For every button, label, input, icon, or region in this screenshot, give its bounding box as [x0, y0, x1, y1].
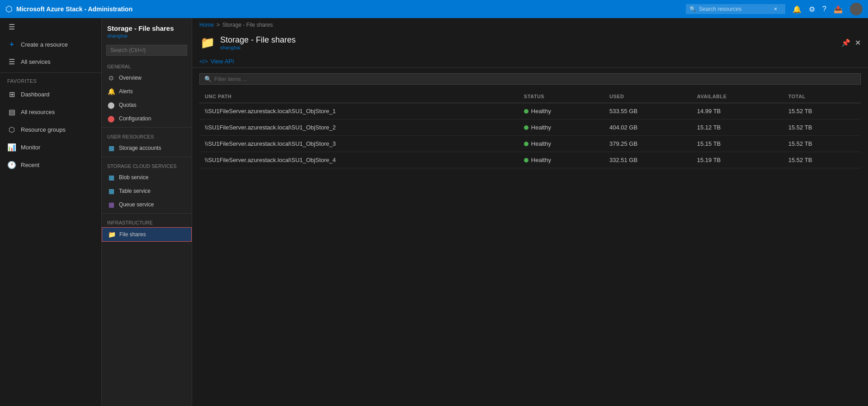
infrastructure-label: INFRASTRUCTURE — [102, 215, 192, 227]
user-resources-label: USER RESOURCES — [102, 129, 192, 141]
resource-nav-search-input[interactable] — [106, 45, 187, 56]
cell-unc-path: \\SU1FileServer.azurestack.local\SU1_Obj… — [199, 136, 519, 152]
cell-available: 15.15 TB — [692, 136, 783, 152]
sidebar-top: ☰ + Create a resource ☰ All services FAV… — [0, 18, 101, 174]
filter-bar[interactable]: 🔍 — [199, 73, 861, 85]
table-row[interactable]: \\SU1FileServer.azurestack.local\SU1_Obj… — [199, 119, 861, 136]
sidebar-item-dashboard[interactable]: ⊞ Dashboard — [0, 86, 101, 103]
table-row[interactable]: \\SU1FileServer.azurestack.local\SU1_Obj… — [199, 103, 861, 119]
all-resources-icon: ▤ — [7, 108, 16, 116]
cell-used: 379.25 GB — [604, 136, 692, 152]
monitor-label: Monitor — [21, 144, 40, 151]
cell-status: Healthy — [519, 119, 604, 136]
cell-used: 404.02 GB — [604, 119, 692, 136]
table-header-row: UNC PATH STATUS USED AVAILABLE TOTAL — [199, 90, 861, 103]
resource-nav-title: Storage - File shares — [107, 24, 186, 32]
nav-item-configuration[interactable]: ⬤ Configuration — [102, 112, 192, 125]
resource-nav-search[interactable] — [102, 41, 192, 59]
view-api-label: View API — [211, 58, 234, 65]
breadcrumb: Home > Storage - File shares — [192, 18, 868, 32]
resource-nav-header: Storage - File shares shanghai — [102, 18, 192, 41]
code-icon: </> — [199, 58, 208, 65]
status-text: Healthy — [531, 108, 551, 115]
status-text: Healthy — [531, 140, 551, 147]
search-box[interactable]: 🔍 × — [686, 4, 785, 14]
settings-icon[interactable]: ⚙ — [809, 5, 815, 14]
nav-item-queue-service-label: Queue service — [119, 201, 154, 208]
col-header-unc-path: UNC PATH — [199, 90, 519, 103]
view-api-button[interactable]: </> View API — [199, 58, 234, 65]
sidebar-item-recent[interactable]: 🕐 Recent — [0, 156, 101, 174]
nav-item-storage-accounts[interactable]: ▦ Storage accounts — [102, 141, 192, 155]
sidebar: ☰ + Create a resource ☰ All services FAV… — [0, 18, 102, 406]
sidebar-item-all-resources[interactable]: ▤ All resources — [0, 103, 101, 121]
feedback-icon[interactable]: 📤 — [834, 5, 843, 14]
blob-service-icon: ▦ — [107, 174, 115, 181]
search-close-icon[interactable]: × — [774, 6, 777, 12]
plus-icon: + — [7, 40, 16, 48]
status-text: Healthy — [531, 157, 551, 163]
cell-total: 15.52 TB — [783, 136, 861, 152]
main-layout: ☰ + Create a resource ☰ All services FAV… — [0, 18, 868, 406]
content-folder-icon: 📁 — [199, 34, 216, 51]
create-resource-label: Create a resource — [21, 41, 68, 48]
nav-item-alerts-label: Alerts — [119, 88, 133, 95]
content-toolbar: </> View API — [192, 55, 868, 68]
cell-unc-path: \\SU1FileServer.azurestack.local\SU1_Obj… — [199, 152, 519, 168]
content-title: Storage - File shares — [220, 35, 296, 45]
create-resource-button[interactable]: + Create a resource — [0, 36, 101, 53]
recent-icon: 🕐 — [7, 161, 16, 169]
breadcrumb-separator: > — [217, 22, 220, 28]
nav-item-storage-accounts-label: Storage accounts — [119, 145, 161, 151]
filter-input[interactable] — [214, 76, 856, 82]
avatar[interactable] — [850, 3, 863, 15]
cell-status: Healthy — [519, 136, 604, 152]
table-service-icon: ▦ — [107, 187, 115, 195]
general-section-label: GENERAL — [102, 59, 192, 71]
nav-item-blob-service-label: Blob service — [119, 174, 148, 181]
table-row[interactable]: \\SU1FileServer.azurestack.local\SU1_Obj… — [199, 152, 861, 168]
recent-label: Recent — [21, 162, 39, 168]
search-input[interactable] — [699, 6, 771, 12]
status-dot — [524, 158, 528, 162]
storage-cloud-services-label: STORAGE CLOUD SERVICES — [102, 159, 192, 171]
breadcrumb-home[interactable]: Home — [199, 22, 214, 28]
file-shares-icon: 📁 — [108, 231, 116, 238]
nav-item-queue-service[interactable]: ▦ Queue service — [102, 198, 192, 211]
col-header-used: USED — [604, 90, 692, 103]
close-icon[interactable]: ✕ — [855, 38, 861, 47]
nav-item-quotas[interactable]: ⬤ Quotas — [102, 98, 192, 112]
col-header-status: STATUS — [519, 90, 604, 103]
topbar: ⬡ Microsoft Azure Stack - Administration… — [0, 0, 868, 18]
cell-total: 15.52 TB — [783, 103, 861, 119]
storage-accounts-icon: ▦ — [107, 144, 115, 152]
all-services-item[interactable]: ☰ All services — [0, 53, 101, 71]
help-icon[interactable]: ? — [822, 5, 826, 13]
collapse-sidebar[interactable]: ☰ — [0, 18, 101, 36]
quotas-icon: ⬤ — [107, 101, 115, 109]
cell-status: Healthy — [519, 103, 604, 119]
overview-icon: ⊙ — [107, 74, 115, 81]
alerts-icon: 🔔 — [107, 88, 115, 95]
nav-item-overview[interactable]: ⊙ Overview — [102, 71, 192, 85]
cell-available: 15.12 TB — [692, 119, 783, 136]
breadcrumb-current: Storage - File shares — [222, 22, 273, 28]
sidebar-item-monitor[interactable]: 📊 Monitor — [0, 139, 101, 156]
status-dot — [524, 142, 528, 146]
resource-nav-subtitle: shanghai — [107, 33, 186, 38]
notifications-icon[interactable]: 🔔 — [793, 5, 802, 14]
table-row[interactable]: \\SU1FileServer.azurestack.local\SU1_Obj… — [199, 136, 861, 152]
topbar-left: ⬡ Microsoft Azure Stack - Administration — [5, 4, 132, 14]
azure-logo-icon: ⬡ — [5, 4, 13, 14]
sidebar-item-resource-groups[interactable]: ⬡ Resource groups — [0, 121, 101, 139]
nav-item-alerts[interactable]: 🔔 Alerts — [102, 85, 192, 98]
pin-icon[interactable]: 📌 — [841, 38, 850, 47]
nav-item-file-shares[interactable]: 📁 File shares — [102, 227, 192, 242]
monitor-icon: 📊 — [7, 143, 16, 152]
nav-item-blob-service[interactable]: ▦ Blob service — [102, 171, 192, 184]
cell-used: 332.51 GB — [604, 152, 692, 168]
col-header-total: TOTAL — [783, 90, 861, 103]
resource-groups-label: Resource groups — [21, 126, 66, 133]
nav-item-table-service[interactable]: ▦ Table service — [102, 184, 192, 198]
cell-used: 533.55 GB — [604, 103, 692, 119]
